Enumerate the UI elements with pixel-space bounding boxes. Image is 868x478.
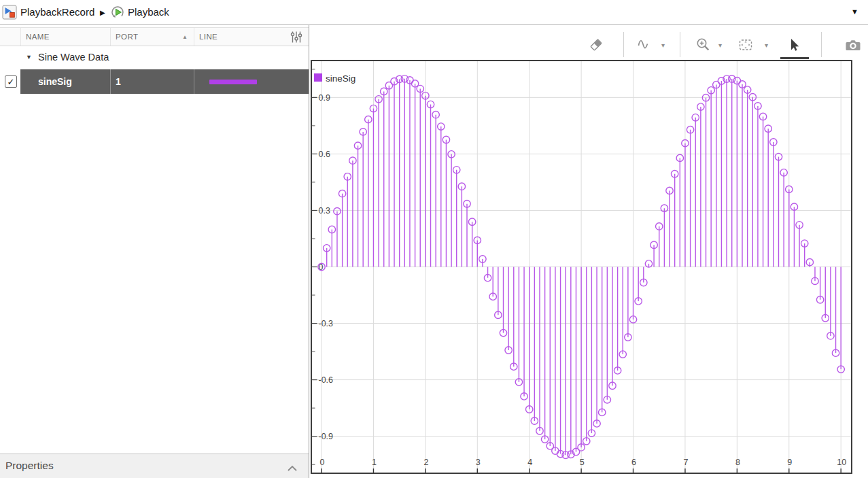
viewer-menu-caret-icon[interactable]: ▼ — [851, 7, 858, 16]
header-name-column[interactable]: NAME — [20, 28, 110, 46]
filter-columns-button[interactable] — [290, 31, 303, 44]
properties-section-header[interactable]: Properties — [0, 454, 309, 478]
signal-options-button[interactable] — [636, 36, 653, 54]
svg-text:7: 7 — [683, 458, 688, 467]
properties-label: Properties — [5, 460, 54, 472]
group-collapse-icon[interactable]: ▼ — [26, 54, 32, 61]
svg-text:5: 5 — [580, 458, 585, 467]
playback-block-icon — [110, 5, 125, 20]
svg-text:0.9: 0.9 — [319, 93, 330, 103]
svg-text:10: 10 — [837, 458, 846, 467]
svg-text:0: 0 — [320, 458, 325, 467]
pointer-cursor-icon — [786, 37, 802, 53]
svg-text:8: 8 — [735, 458, 740, 467]
fit-options-caret-icon[interactable]: ▾ — [765, 41, 768, 49]
pointer-tool-button[interactable] — [785, 36, 803, 54]
svg-text:-0.6: -0.6 — [319, 375, 334, 385]
svg-text:0.6: 0.6 — [319, 150, 330, 159]
svg-text:6: 6 — [631, 458, 636, 467]
svg-text:0.3: 0.3 — [319, 206, 330, 216]
plot-panel: ▾ ▾ ▾ — [310, 25, 868, 478]
plot-canvas[interactable]: 0.90.60.30-0.3-0.6-0.9012345678910sineSi… — [311, 60, 852, 474]
eraser-icon — [588, 37, 604, 53]
svg-text:2: 2 — [423, 458, 428, 467]
svg-text:-0.3: -0.3 — [319, 319, 334, 328]
signal-group-row[interactable]: ▼ Sine Wave Data — [0, 46, 309, 69]
signal-row-sinesig[interactable]: ✓ sineSig 1 — [0, 69, 309, 94]
header-checkbox-column — [0, 28, 20, 46]
zoom-options-caret-icon[interactable]: ▾ — [718, 41, 722, 49]
toolbar-separator — [821, 32, 822, 57]
zoom-in-button[interactable] — [695, 36, 712, 54]
filter-tune-icon — [290, 31, 303, 44]
camera-icon — [844, 36, 862, 54]
signal-name-cell: sineSig — [20, 69, 110, 94]
group-label: Sine Wave Data — [38, 52, 109, 63]
chevron-up-icon[interactable] — [287, 462, 298, 475]
svg-text:-0.9: -0.9 — [319, 432, 334, 441]
zoom-in-icon — [695, 37, 712, 53]
signal-table-header: NAME PORT ▲ LINE — [0, 27, 309, 46]
fit-to-view-button[interactable] — [737, 36, 754, 54]
svg-text:4: 4 — [527, 458, 532, 467]
toolbar-separator — [680, 32, 680, 57]
toolbar-separator — [623, 32, 624, 57]
active-tool-underline — [780, 57, 809, 59]
header-line-label: LINE — [199, 33, 218, 41]
svg-text:9: 9 — [787, 458, 792, 467]
fit-to-view-icon — [737, 37, 754, 53]
signal-options-caret-icon[interactable]: ▾ — [661, 41, 665, 49]
signal-port-cell: 1 — [110, 69, 194, 94]
signal-visibility-checkbox[interactable]: ✓ — [5, 75, 17, 88]
breadcrumb: PlaybackRecord ▶ Playback ▼ — [0, 0, 868, 25]
signal-line-cell[interactable] — [194, 69, 309, 94]
svg-text:1: 1 — [372, 458, 377, 467]
erase-button[interactable] — [587, 36, 605, 54]
snapshot-button[interactable] — [844, 36, 862, 54]
svg-text:sineSig: sineSig — [326, 73, 355, 84]
signal-wave-icon — [636, 37, 653, 53]
header-port-label: PORT — [116, 33, 138, 41]
breadcrumb-separator-icon: ▶ — [100, 9, 105, 16]
signal-name: sineSig — [38, 76, 72, 87]
sort-ascending-icon: ▲ — [182, 34, 188, 40]
header-port-column[interactable]: PORT — [110, 28, 194, 46]
playback-viewer-window: PlaybackRecord ▶ Playback ▼ NAME PORT ▲ … — [0, 0, 868, 478]
breadcrumb-item-block[interactable]: Playback — [128, 6, 169, 18]
signal-table-panel: NAME PORT ▲ LINE — [0, 25, 309, 478]
checkbox-check-icon: ✓ — [7, 78, 15, 86]
signal-port: 1 — [116, 76, 121, 87]
header-name-label: NAME — [26, 33, 50, 41]
breadcrumb-item-model[interactable]: PlaybackRecord — [20, 6, 94, 18]
signal-line-swatch[interactable] — [209, 80, 257, 84]
record-block-icon — [2, 5, 17, 20]
svg-text:3: 3 — [476, 458, 481, 467]
